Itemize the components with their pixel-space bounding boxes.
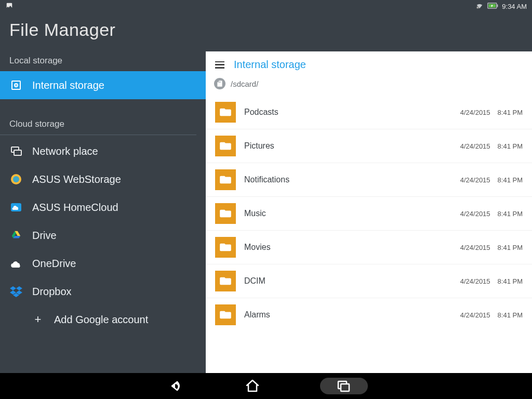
folder-row[interactable]: Movies4/24/20158:41 PM <box>206 230 532 264</box>
folder-meta: 4/24/20158:41 PM <box>460 311 523 319</box>
folder-meta: 4/24/20158:41 PM <box>460 244 523 251</box>
folder-name: Movies <box>244 243 452 252</box>
folder-row[interactable]: Pictures4/24/20158:41 PM <box>206 129 532 163</box>
folder-list: Podcasts4/24/20158:41 PMPictures4/24/201… <box>206 96 532 373</box>
folder-row[interactable]: Podcasts4/24/20158:41 PM <box>206 96 532 129</box>
sidebar-item-label: OneDrive <box>32 258 76 270</box>
folder-icon <box>215 169 236 190</box>
sidebar-item-label: ASUS WebStorage <box>32 174 121 185</box>
asus-homecloud-icon <box>9 201 23 214</box>
folder-row[interactable]: Notifications4/24/20158:41 PM <box>206 163 532 196</box>
folder-meta: 4/24/20158:41 PM <box>460 176 523 184</box>
sidebar-item-network-place[interactable]: Network place <box>0 137 206 165</box>
sidebar-item-label: Add Google account <box>54 314 148 326</box>
folder-time: 8:41 PM <box>498 109 523 116</box>
wifi-icon <box>475 2 484 11</box>
svg-point-6 <box>16 85 17 86</box>
folder-date: 4/24/2015 <box>460 244 490 251</box>
folder-date: 4/24/2015 <box>460 176 490 184</box>
content-title: Internal storage <box>234 59 306 71</box>
folder-name: Notifications <box>244 175 452 184</box>
sidebar-item-label: Network place <box>32 145 98 157</box>
folder-icon <box>215 271 236 291</box>
sidebar-item-onedrive[interactable]: OneDrive <box>0 249 206 277</box>
folder-icon <box>215 203 236 224</box>
folder-time: 8:41 PM <box>498 244 523 251</box>
folder-date: 4/24/2015 <box>460 210 490 218</box>
folder-meta: 4/24/20158:41 PM <box>460 109 523 116</box>
folder-icon <box>215 304 236 325</box>
sidebar-item-label: ASUS HomeCloud <box>32 202 118 214</box>
dropbox-icon <box>9 285 23 298</box>
folder-icon <box>215 102 236 123</box>
plus-icon: + <box>31 313 45 326</box>
status-time: 9:34 AM <box>502 3 527 10</box>
svg-rect-8 <box>14 150 21 155</box>
svg-rect-2 <box>497 4 498 7</box>
svg-point-10 <box>13 176 19 182</box>
folder-row[interactable]: Alarms4/24/20158:41 PM <box>206 298 532 331</box>
sidebar-item-dropbox[interactable]: Dropbox <box>0 277 206 305</box>
sidebar-item-drive[interactable]: Drive <box>0 221 206 249</box>
sidebar-item-asus-homecloud[interactable]: ASUS HomeCloud <box>0 193 206 221</box>
hamburger-icon[interactable] <box>215 61 224 69</box>
folder-date: 4/24/2015 <box>460 277 490 285</box>
nav-recent-button[interactable] <box>320 378 368 394</box>
nav-home-button[interactable] <box>242 376 263 396</box>
folder-meta: 4/24/20158:41 PM <box>460 142 523 150</box>
folder-date: 4/24/2015 <box>460 311 490 319</box>
breadcrumb-path: /sdcard/ <box>231 79 258 88</box>
sidebar-item-asus-webstorage[interactable]: ASUS WebStorage <box>0 165 206 193</box>
folder-name: Alarms <box>244 310 452 320</box>
sidebar-add-google-account[interactable]: + Add Google account <box>0 305 206 334</box>
folder-name: DCIM <box>244 276 452 286</box>
folder-row[interactable]: Music4/24/20158:41 PM <box>206 196 532 230</box>
battery-charging-icon <box>487 2 499 11</box>
sidebar-item-label: Drive <box>32 230 57 242</box>
folder-icon <box>215 136 236 156</box>
folder-meta: 4/24/20158:41 PM <box>460 210 523 218</box>
folder-name: Podcasts <box>244 108 452 117</box>
sidebar: Local storage Internal storage Cloud sto… <box>0 51 206 373</box>
folder-time: 8:41 PM <box>498 277 523 285</box>
android-navbar <box>0 373 532 399</box>
network-place-icon <box>9 144 23 158</box>
svg-rect-13 <box>341 384 349 391</box>
folder-time: 8:41 PM <box>498 311 523 319</box>
content-pane: Internal storage /sdcard/ Podcasts4/24/2… <box>206 51 532 373</box>
folder-date: 4/24/2015 <box>460 142 490 150</box>
breadcrumb[interactable]: /sdcard/ <box>206 75 532 96</box>
app-title: File Manager <box>0 12 532 51</box>
local-storage-header: Local storage <box>0 51 206 71</box>
folder-row[interactable]: DCIM4/24/20158:41 PM <box>206 264 532 298</box>
folder-icon <box>215 237 236 258</box>
folder-name: Pictures <box>244 141 452 151</box>
image-indicator-icon <box>5 2 14 11</box>
google-drive-icon <box>9 229 23 242</box>
folder-time: 8:41 PM <box>498 210 523 218</box>
folder-name: Music <box>244 209 452 218</box>
folder-time: 8:41 PM <box>498 142 523 150</box>
folder-time: 8:41 PM <box>498 176 523 184</box>
sidebar-item-label: Internal storage <box>32 79 104 91</box>
sidebar-item-label: Dropbox <box>32 286 72 298</box>
internal-storage-icon <box>9 78 23 92</box>
asus-webstorage-icon <box>9 172 23 186</box>
folder-meta: 4/24/20158:41 PM <box>460 277 523 285</box>
onedrive-icon <box>9 257 23 270</box>
divider <box>0 135 196 135</box>
sdcard-icon <box>214 78 225 89</box>
folder-date: 4/24/2015 <box>460 109 490 116</box>
sidebar-item-internal-storage[interactable]: Internal storage <box>0 71 206 99</box>
cloud-storage-header: Cloud storage <box>0 115 206 135</box>
nav-back-button[interactable] <box>164 376 185 396</box>
status-bar: 9:34 AM <box>0 0 532 12</box>
